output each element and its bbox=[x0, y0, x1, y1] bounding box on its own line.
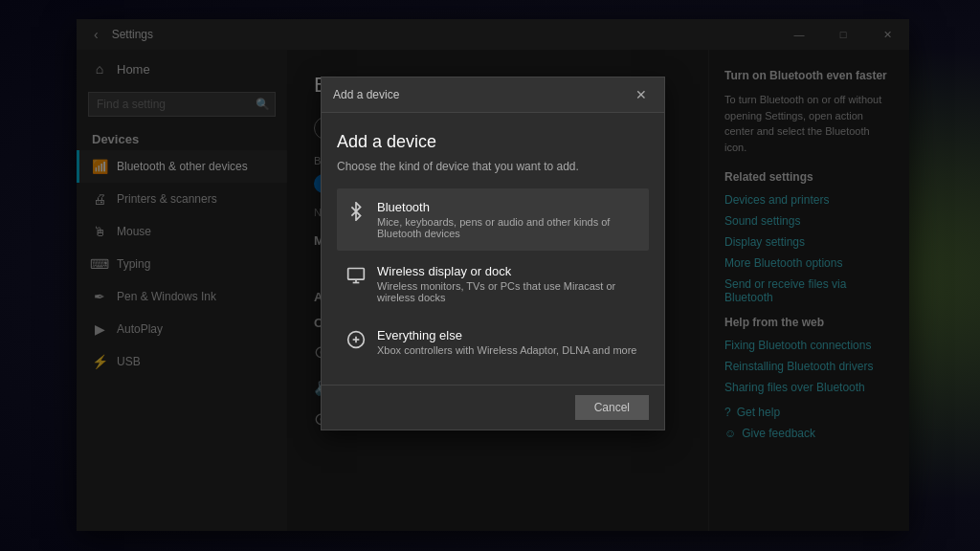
wireless-display-option-icon bbox=[346, 266, 366, 290]
modal-footer: Cancel bbox=[322, 385, 664, 430]
settings-window: ‹ Settings — □ ✕ ⌂ Home 🔍 Devices 📶 Blue… bbox=[77, 19, 909, 531]
bluetooth-option-desc: Mice, keyboards, pens or audio and other… bbox=[377, 216, 639, 239]
everything-else-option-info: Everything else Xbox controllers with Wi… bbox=[377, 328, 636, 356]
modal-subtext: Choose the kind of device that you want … bbox=[337, 160, 649, 173]
everything-else-option-icon bbox=[346, 330, 366, 354]
bluetooth-option-icon bbox=[346, 202, 366, 226]
cancel-button[interactable]: Cancel bbox=[575, 395, 649, 420]
wireless-display-option-info: Wireless display or dock Wireless monito… bbox=[377, 264, 639, 303]
add-device-modal: Add a device ✕ Add a device Choose the k… bbox=[321, 77, 665, 430]
modal-heading: Add a device bbox=[337, 132, 649, 152]
bluetooth-option-name: Bluetooth bbox=[377, 200, 639, 214]
wireless-display-option-name: Wireless display or dock bbox=[377, 264, 639, 278]
modal-body: Add a device Choose the kind of device t… bbox=[322, 113, 664, 385]
option-bluetooth[interactable]: Bluetooth Mice, keyboards, pens or audio… bbox=[337, 188, 649, 251]
everything-else-option-name: Everything else bbox=[377, 328, 636, 342]
bluetooth-option-info: Bluetooth Mice, keyboards, pens or audio… bbox=[377, 200, 639, 239]
option-wireless-display[interactable]: Wireless display or dock Wireless monito… bbox=[337, 253, 649, 315]
everything-else-option-desc: Xbox controllers with Wireless Adaptor, … bbox=[377, 344, 636, 356]
option-everything-else[interactable]: Everything else Xbox controllers with Wi… bbox=[337, 317, 649, 367]
modal-title: Add a device bbox=[333, 88, 399, 101]
wireless-display-option-desc: Wireless monitors, TVs or PCs that use M… bbox=[377, 280, 639, 303]
modal-close-button[interactable]: ✕ bbox=[630, 85, 653, 104]
svg-rect-0 bbox=[348, 269, 365, 280]
modal-overlay: Add a device ✕ Add a device Choose the k… bbox=[77, 19, 909, 531]
modal-titlebar: Add a device ✕ bbox=[322, 77, 664, 113]
